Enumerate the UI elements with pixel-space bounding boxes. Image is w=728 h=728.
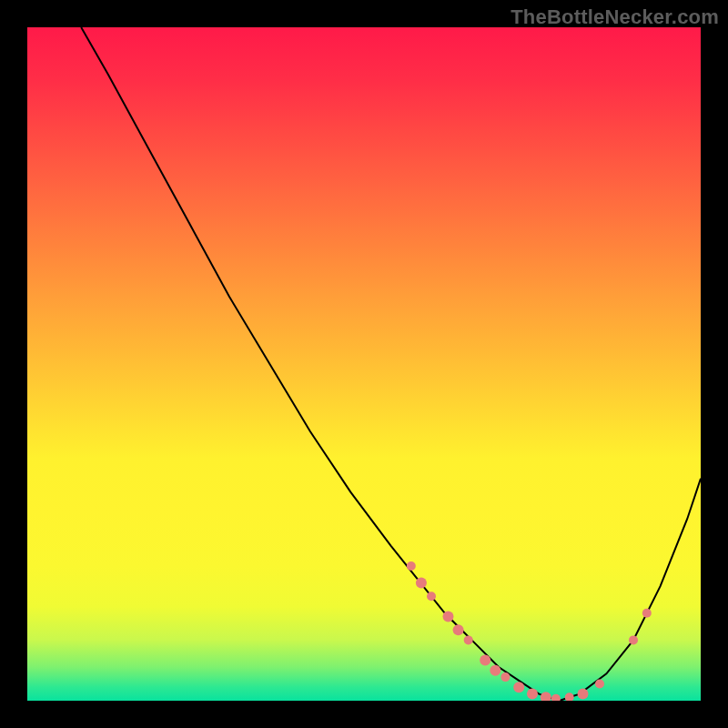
data-marker — [500, 672, 510, 682]
data-marker — [464, 635, 473, 644]
bottleneck-curve — [81, 27, 701, 701]
data-marker — [513, 682, 524, 693]
chart-container: TheBottleNecker.com — [0, 0, 728, 728]
data-markers — [407, 561, 652, 701]
data-marker — [642, 609, 652, 618]
data-marker — [527, 689, 538, 700]
data-marker — [578, 689, 589, 700]
data-marker — [427, 592, 436, 601]
plot-area — [27, 27, 701, 701]
data-marker — [541, 692, 551, 701]
data-marker — [480, 655, 490, 666]
data-marker — [565, 693, 574, 701]
data-marker — [551, 694, 561, 701]
data-marker — [407, 561, 416, 571]
chart-svg — [27, 27, 701, 701]
data-marker — [490, 665, 500, 676]
watermark-text: TheBottleNecker.com — [511, 5, 719, 29]
data-marker — [443, 612, 454, 622]
data-marker — [416, 578, 427, 589]
data-marker — [629, 635, 638, 644]
data-marker — [595, 680, 604, 689]
data-marker — [453, 624, 464, 635]
